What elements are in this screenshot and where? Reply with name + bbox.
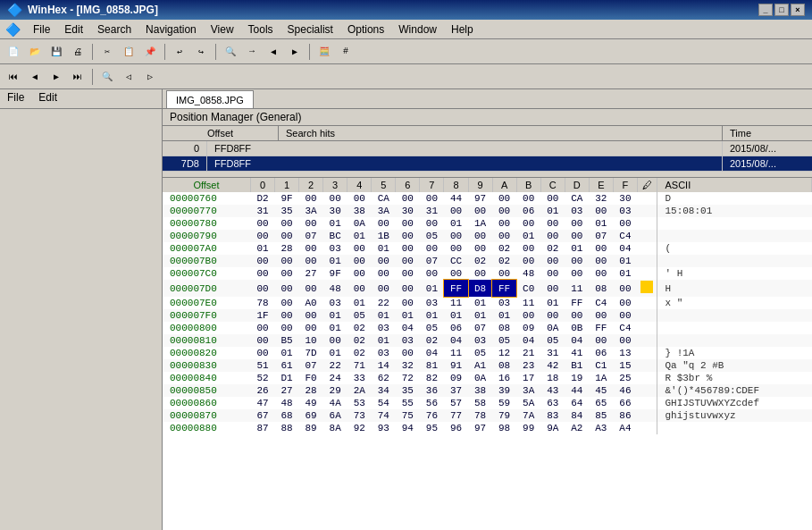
hex-byte[interactable]: 00: [347, 255, 372, 267]
hex-byte[interactable]: 00: [540, 217, 565, 230]
hex-byte[interactable]: 01: [250, 242, 274, 255]
hex-byte[interactable]: 48: [323, 280, 347, 297]
hex-byte[interactable]: 01: [516, 230, 540, 242]
hex-byte[interactable]: 21: [516, 347, 540, 359]
hex-byte[interactable]: 7D: [299, 347, 323, 359]
hex-byte[interactable]: 43: [540, 384, 565, 397]
hex-byte[interactable]: 00: [250, 217, 274, 230]
hex-byte[interactable]: C4: [589, 297, 613, 309]
hex-byte[interactable]: 00: [613, 297, 637, 309]
hex-byte[interactable]: 00: [250, 267, 274, 280]
hex-byte[interactable]: 00: [250, 322, 274, 334]
hex-byte[interactable]: 00: [299, 309, 323, 322]
hex-byte[interactable]: 00: [540, 267, 565, 280]
hex-byte[interactable]: FF: [565, 297, 589, 309]
hex-byte[interactable]: 8A: [323, 422, 347, 434]
hex-byte[interactable]: C0: [516, 280, 540, 297]
hex-byte[interactable]: 87: [250, 422, 274, 434]
hex-byte[interactable]: 5A: [516, 397, 540, 409]
hex-byte[interactable]: 23: [516, 359, 540, 372]
hex-byte[interactable]: 1A: [589, 372, 613, 384]
find-next-button[interactable]: ▷: [140, 67, 160, 87]
hex-byte[interactable]: 00: [372, 217, 396, 230]
hex-byte[interactable]: 01: [492, 309, 516, 322]
hex-byte[interactable]: 26: [250, 384, 274, 397]
hex-byte[interactable]: 78: [250, 297, 274, 309]
hex-byte[interactable]: 00: [468, 205, 492, 217]
menu-options[interactable]: Options: [340, 21, 391, 38]
hex-byte[interactable]: 0A: [347, 217, 372, 230]
hex-byte[interactable]: 07: [299, 359, 323, 372]
hex-byte[interactable]: 00: [250, 347, 274, 359]
hex-byte[interactable]: 00: [299, 280, 323, 297]
hex-byte[interactable]: 16: [492, 372, 516, 384]
hex-byte[interactable]: 01: [589, 217, 613, 230]
hex-byte[interactable]: 04: [396, 322, 420, 334]
hex-byte[interactable]: 03: [323, 242, 347, 255]
hex-byte[interactable]: 68: [275, 409, 299, 422]
hex-byte[interactable]: 35: [275, 205, 299, 217]
hex-byte[interactable]: 00: [323, 192, 347, 205]
table-row[interactable]: 0000077031353A30383A30310000000601030003…: [163, 205, 812, 217]
menu-view[interactable]: View: [204, 21, 241, 38]
hex-byte[interactable]: 48: [275, 397, 299, 409]
hex-byte[interactable]: 02: [347, 322, 372, 334]
hex-byte[interactable]: 01: [444, 217, 468, 230]
hex-byte[interactable]: 2A: [347, 384, 372, 397]
goto-button[interactable]: →: [242, 42, 262, 62]
hex-byte[interactable]: 03: [613, 205, 637, 217]
hex-byte[interactable]: 73: [347, 409, 372, 422]
hex-byte[interactable]: 29: [323, 384, 347, 397]
table-row[interactable]: 00000780000000010A000000011A000000000100: [163, 217, 812, 230]
hex-byte[interactable]: 04: [420, 347, 444, 359]
table-row[interactable]: 00000850262728292A3435363738393A43444546…: [163, 384, 812, 397]
hex-byte[interactable]: 33: [347, 372, 372, 384]
hex-byte[interactable]: 86: [613, 409, 637, 422]
hex-byte[interactable]: 1A: [468, 217, 492, 230]
hex-byte[interactable]: 00: [396, 242, 420, 255]
hex-byte[interactable]: 97: [468, 422, 492, 434]
hex-byte[interactable]: 38: [347, 205, 372, 217]
hex-byte[interactable]: 57: [444, 397, 468, 409]
hex-byte[interactable]: 44: [444, 192, 468, 205]
hex-byte[interactable]: 84: [565, 409, 589, 422]
hex-byte[interactable]: FF: [492, 280, 516, 297]
hex-byte[interactable]: 35: [396, 384, 420, 397]
hex-byte[interactable]: 00: [540, 230, 565, 242]
hex-byte[interactable]: B5: [275, 334, 299, 347]
hex-byte[interactable]: 11: [444, 347, 468, 359]
hex-byte[interactable]: 32: [589, 192, 613, 205]
hex-byte[interactable]: 06: [516, 205, 540, 217]
hex-byte[interactable]: 04: [444, 334, 468, 347]
menu-specialist[interactable]: Specialist: [280, 21, 340, 38]
hex-byte[interactable]: 46: [613, 384, 637, 397]
menu-navigation[interactable]: Navigation: [138, 21, 204, 38]
hex-byte[interactable]: 61: [275, 359, 299, 372]
hex-byte[interactable]: 39: [492, 384, 516, 397]
table-row[interactable]: 000007D00000004800000001FFD8FFC000110800…: [163, 280, 812, 297]
hex-byte[interactable]: 9F: [275, 192, 299, 205]
hex-byte[interactable]: 31: [540, 347, 565, 359]
redo-button[interactable]: ↪: [191, 42, 211, 62]
hex-byte[interactable]: 01: [396, 309, 420, 322]
hex-byte[interactable]: 99: [516, 422, 540, 434]
hex-byte[interactable]: 02: [540, 242, 565, 255]
hex-byte[interactable]: 01: [613, 255, 637, 267]
table-row[interactable]: 00000760D29F000000CA00004497000000CA3230…: [163, 192, 812, 205]
hex-byte[interactable]: 96: [444, 422, 468, 434]
hex-byte[interactable]: 00: [540, 280, 565, 297]
hex-byte[interactable]: 03: [492, 297, 516, 309]
hex-byte[interactable]: 38: [468, 384, 492, 397]
hex-byte[interactable]: FF: [589, 322, 613, 334]
table-row[interactable]: 000008604748494A535455565758595A63646566…: [163, 397, 812, 409]
hex-byte[interactable]: 01: [420, 309, 444, 322]
hex-byte[interactable]: A3: [589, 422, 613, 434]
hex-byte[interactable]: CC: [444, 255, 468, 267]
hex-byte[interactable]: BC: [323, 230, 347, 242]
hex-byte[interactable]: 55: [396, 397, 420, 409]
hex-byte[interactable]: 00: [589, 309, 613, 322]
hex-byte[interactable]: 00: [347, 242, 372, 255]
hex-byte[interactable]: 01: [468, 297, 492, 309]
hex-byte[interactable]: 00: [492, 205, 516, 217]
hex-byte[interactable]: 00: [299, 217, 323, 230]
